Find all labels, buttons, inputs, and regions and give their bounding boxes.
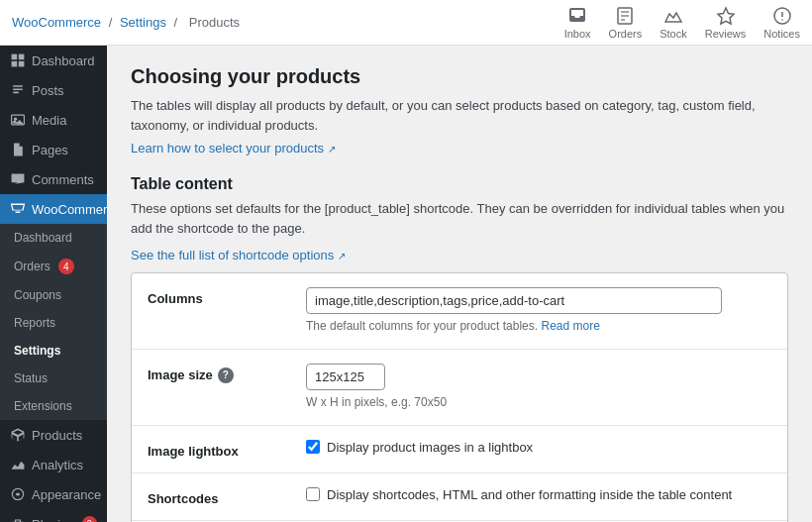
- svg-rect-8: [12, 54, 18, 60]
- image-lightbox-row: Image lightbox Display product images in…: [132, 426, 787, 473]
- image-size-field: W x H in pixels, e.g. 70x50: [306, 364, 771, 411]
- shortcodes-checkbox-label[interactable]: Display shortcodes, HTML and other forma…: [327, 487, 732, 502]
- breadcrumb-woocommerce[interactable]: WooCommerce: [12, 15, 101, 30]
- sidebar-item-plugins[interactable]: Plugins 2: [0, 509, 107, 522]
- svg-rect-9: [19, 54, 25, 60]
- svg-point-7: [781, 19, 783, 21]
- sidebar-item-woo-coupons[interactable]: Coupons: [0, 281, 107, 309]
- image-size-help-icon[interactable]: ?: [218, 367, 234, 383]
- image-lightbox-checkbox[interactable]: [306, 440, 320, 454]
- external-link-icon: ↗: [328, 144, 336, 155]
- sidebar-item-woo-dashboard[interactable]: Dashboard: [0, 224, 107, 252]
- image-lightbox-field: Display product images in a lightbox: [306, 440, 771, 455]
- sidebar-item-woo-extensions[interactable]: Extensions: [0, 392, 107, 420]
- inbox-icon[interactable]: Inbox: [564, 6, 591, 40]
- svg-rect-10: [12, 61, 18, 67]
- orders-badge: 4: [58, 259, 74, 274]
- columns-read-more[interactable]: Read more: [541, 319, 599, 333]
- svg-marker-4: [718, 8, 734, 24]
- settings-table: Columns The default columns for your pro…: [131, 272, 788, 522]
- learn-link[interactable]: Learn how to select your products ↗: [131, 141, 336, 156]
- shortcode-link[interactable]: See the full list of shortcode options ↗: [131, 248, 346, 262]
- breadcrumb-settings[interactable]: Settings: [120, 15, 166, 30]
- sidebar-item-woo-reports[interactable]: Reports: [0, 309, 107, 337]
- breadcrumb: WooCommerce / Settings / Products: [12, 15, 244, 30]
- sidebar-item-woocommerce[interactable]: WooCommerce: [0, 194, 107, 224]
- orders-icon[interactable]: Orders: [609, 6, 643, 40]
- sidebar-item-posts[interactable]: Posts: [0, 75, 107, 105]
- shortcodes-checkbox[interactable]: [306, 487, 320, 501]
- columns-hint: The default columns for your product tab…: [306, 318, 771, 335]
- sidebar-item-media[interactable]: Media: [0, 105, 107, 135]
- sidebar-item-analytics[interactable]: Analytics: [0, 450, 107, 479]
- sidebar-item-comments[interactable]: Comments: [0, 164, 107, 194]
- sidebar-item-woo-settings[interactable]: Settings: [0, 337, 107, 365]
- sidebar-item-products[interactable]: Products: [0, 420, 107, 450]
- columns-row: Columns The default columns for your pro…: [132, 273, 787, 350]
- image-size-input[interactable]: [306, 364, 385, 390]
- columns-field: The default columns for your product tab…: [306, 287, 771, 335]
- image-size-hint: W x H in pixels, e.g. 70x50: [306, 394, 771, 411]
- top-bar: WooCommerce / Settings / Products Inbox …: [0, 0, 812, 46]
- sidebar-item-woo-orders[interactable]: Orders 4: [0, 252, 107, 281]
- page-title: Choosing your products: [131, 65, 788, 88]
- intro-text: The tables will display all products by …: [131, 96, 788, 135]
- shortcodes-field: Display shortcodes, HTML and other forma…: [306, 487, 771, 502]
- stock-icon[interactable]: Stock: [660, 6, 687, 40]
- shortcodes-label: Shortcodes: [148, 487, 306, 506]
- table-section-desc: These options set defaults for the [prod…: [131, 199, 788, 238]
- image-lightbox-label: Image lightbox: [148, 440, 306, 459]
- sidebar-item-appearance[interactable]: Appearance: [0, 479, 107, 509]
- breadcrumb-current: Products: [189, 15, 240, 30]
- columns-input[interactable]: [306, 287, 722, 314]
- woocommerce-submenu: Dashboard Orders 4 Coupons Reports Setti…: [0, 224, 107, 420]
- image-size-label: Image size ?: [148, 364, 306, 383]
- columns-label: Columns: [148, 287, 306, 306]
- sidebar-item-dashboard[interactable]: Dashboard: [0, 46, 107, 75]
- sidebar-item-woo-status[interactable]: Status: [0, 365, 107, 392]
- image-size-row: Image size ? W x H in pixels, e.g. 70x50: [132, 350, 787, 426]
- topbar-icons: Inbox Orders Stock Reviews Notices: [564, 6, 800, 40]
- shortcodes-row: Shortcodes Display shortcodes, HTML and …: [132, 473, 787, 521]
- svg-rect-11: [19, 61, 25, 67]
- external-link-icon-2: ↗: [338, 251, 346, 261]
- notices-icon[interactable]: Notices: [763, 6, 800, 40]
- table-content-title: Table content: [131, 175, 788, 193]
- sidebar: Dashboard Posts Media Pages Comments Woo…: [0, 46, 107, 522]
- reviews-icon[interactable]: Reviews: [705, 6, 747, 40]
- image-lightbox-checkbox-label[interactable]: Display product images in a lightbox: [327, 440, 533, 455]
- sidebar-item-pages[interactable]: Pages: [0, 135, 107, 164]
- plugins-badge: 2: [82, 516, 97, 522]
- main-content: Choosing your products The tables will d…: [107, 46, 812, 522]
